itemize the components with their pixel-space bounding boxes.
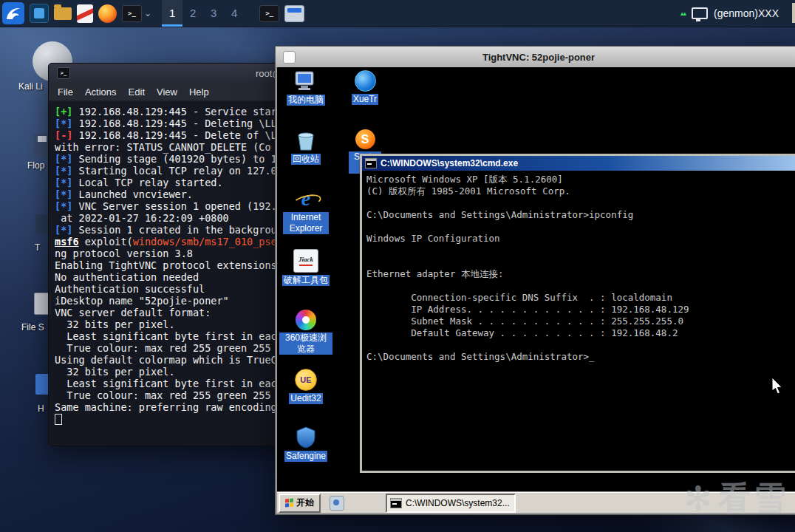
xp-icon-jiack[interactable]: Jiack 破解工具包 [279, 249, 332, 286]
xp-taskbar: 开始 C:\WINDOWS\system32... [277, 492, 795, 513]
recycle-bin-icon [296, 129, 315, 151]
workspace-2[interactable]: 2 [182, 0, 203, 27]
workspace-pager: 1234 [162, 0, 245, 27]
terminal-window-icon: >_ [57, 67, 70, 79]
vnc-titlebar[interactable]: TightVNC: 52pojie-poner [276, 47, 795, 68]
xp-icon-internet-explorer[interactable]: e Internet Explorer [279, 188, 332, 234]
system-s-icon: S [355, 129, 375, 149]
cmd-line [366, 280, 795, 292]
xp-icon-uedit32[interactable]: UE Uedit32 [279, 369, 332, 404]
file-manager-button[interactable] [54, 7, 72, 20]
window-button-vnc[interactable] [284, 5, 304, 22]
menu-item-file[interactable]: File [58, 86, 73, 98]
kali-menu-button[interactable] [2, 2, 24, 24]
360-browser-icon [296, 310, 316, 330]
text-editor-icon[interactable] [77, 4, 93, 23]
cmd-icon [390, 498, 402, 508]
safengine-shield-icon [296, 426, 315, 449]
xp-icon-label: 破解工具包 [282, 275, 330, 286]
jiack-icon: Jiack [293, 249, 318, 273]
taskbar-cmd-button[interactable]: C:\WINDOWS\system32... [386, 494, 516, 513]
menu-item-actions[interactable]: Actions [85, 86, 117, 98]
cmd-line: (C) 版权所有 1985-2001 Microsoft Corp. [366, 185, 795, 197]
my-computer-icon [293, 70, 318, 92]
network-indicator-icon: ▴▴ [680, 10, 686, 17]
genmon-label[interactable]: (genmon)XXX [714, 7, 779, 19]
panel-edge-widget [792, 3, 795, 23]
firefox-icon[interactable] [98, 4, 117, 23]
screen: >_ ⌄ 1234 >_ ▴▴ (genmon)XXX Kali Li Flop… [0, 0, 795, 532]
top-panel: >_ ⌄ 1234 >_ ▴▴ (genmon)XXX [0, 0, 795, 27]
desktop-label-filesystem[interactable]: File S [21, 322, 44, 332]
xp-icon-label: Internet Explorer [283, 212, 329, 234]
desktop-label-kali[interactable]: Kali Li [18, 81, 43, 92]
display-icon [692, 7, 708, 19]
chevron-down-icon: ⌄ [144, 10, 151, 17]
cmd-line: C:\Documents and Settings\Administrator>… [366, 209, 795, 221]
cmd-line [366, 339, 795, 351]
cmd-icon [365, 158, 377, 168]
kali-dragon-icon [4, 4, 22, 22]
cmd-line: Connection-specific DNS Suffix . : local… [366, 292, 795, 304]
cmd-line [366, 221, 795, 233]
cmd-line: Windows IP Configuration [366, 233, 795, 245]
xp-icon-label: Safengine [284, 451, 327, 462]
xp-icon-recycle-bin[interactable]: 回收站 [279, 129, 332, 165]
xp-icon-label: 360极速浏览器 [279, 332, 332, 355]
workspace-3[interactable]: 3 [203, 0, 224, 27]
cmd-line: Microsoft Windows XP [版本 5.1.2600] [366, 174, 795, 185]
cmd-line: IP Address. . . . . . . . . . . . : 192.… [366, 304, 795, 316]
cmd-line: Ethernet adapter 本地连接: [366, 268, 795, 280]
cmd-title: C:\WINDOWS\system32\cmd.exe [381, 158, 518, 168]
screenshot-tool-icon[interactable] [30, 4, 49, 23]
desktop-label-trash[interactable]: T [35, 242, 40, 253]
xp-icon-my-computer[interactable]: 我的电脑 [279, 70, 332, 106]
vnc-window: TightVNC: 52pojie-poner 我的电脑 XueTr [275, 46, 795, 515]
quicklaunch-icon[interactable] [330, 496, 344, 511]
uedit32-icon: UE [295, 369, 317, 391]
xp-icon-label: XueTr [352, 94, 378, 105]
menu-item-edit[interactable]: Edit [129, 86, 145, 98]
cmd-line [366, 245, 795, 256]
cmd-line: Default Gateway . . . . . . . . . : 192.… [366, 327, 795, 339]
tightvnc-icon [283, 51, 296, 64]
xp-icon-safengine[interactable]: Safengine [279, 426, 332, 462]
folder-icon [54, 7, 72, 20]
desktop-label-floppy[interactable]: Flop [27, 160, 44, 171]
cmd-line [366, 256, 795, 268]
cmd-line: Subnet Mask . . . . . . . . . . . : 255.… [366, 316, 795, 327]
start-button-label: 开始 [296, 497, 314, 509]
workspace-4[interactable]: 4 [224, 0, 245, 27]
menu-item-view[interactable]: View [157, 86, 177, 98]
window-button-terminal[interactable]: >_ [259, 5, 279, 22]
menu-item-help[interactable]: Help [189, 86, 209, 98]
terminal-launcher[interactable]: >_ ⌄ [122, 5, 151, 22]
start-button[interactable]: 开始 [279, 494, 321, 513]
xp-icon-360-browser[interactable]: 360极速浏览器 [279, 310, 332, 355]
workspace-1[interactable]: 1 [162, 0, 182, 27]
cmd-output[interactable]: Microsoft Windows XP [版本 5.1.2600](C) 版权… [362, 171, 795, 366]
internet-explorer-icon: e [295, 188, 317, 210]
xp-desktop: 我的电脑 XueTr 回收站 S Syste M e [277, 67, 795, 491]
taskbar-cmd-label: C:\WINDOWS\system32... [406, 498, 510, 508]
xuetr-icon [355, 70, 376, 92]
terminal-icon: >_ [259, 5, 279, 22]
desktop-label-home[interactable]: H [38, 403, 44, 414]
xp-icon-xuetr[interactable]: XueTr [338, 70, 392, 105]
terminal-icon: >_ [122, 5, 142, 22]
cmd-line: C:\Documents and Settings\Administrator>… [366, 351, 795, 363]
cmd-line [366, 197, 795, 209]
cmd-titlebar[interactable]: C:\WINDOWS\system32\cmd.exe [362, 156, 795, 171]
xp-icon-label: 我的电脑 [287, 95, 325, 106]
vnc-title: TightVNC: 52pojie-poner [482, 52, 595, 63]
windows-flag-icon [285, 499, 293, 508]
xp-icon-label: 回收站 [291, 154, 321, 165]
cmd-window: C:\WINDOWS\system32\cmd.exe Microsoft Wi… [360, 154, 795, 473]
xp-icon-label: Uedit32 [289, 393, 322, 404]
